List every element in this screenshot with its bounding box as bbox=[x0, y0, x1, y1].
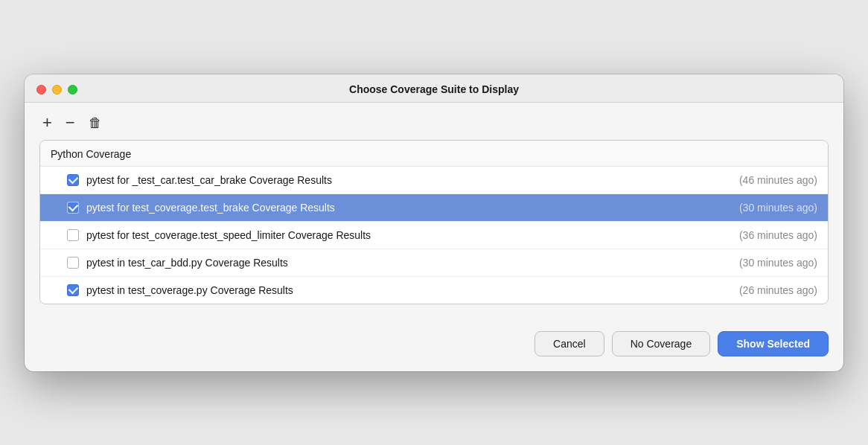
remove-button[interactable]: − bbox=[63, 113, 78, 132]
item-checkbox[interactable] bbox=[67, 174, 79, 186]
show-selected-button[interactable]: Show Selected bbox=[718, 331, 829, 356]
content-area: Python Coverage pytest for _test_car.tes… bbox=[25, 140, 843, 319]
item-checkbox[interactable] bbox=[67, 229, 79, 241]
traffic-lights bbox=[36, 85, 77, 95]
item-label: pytest in test_car_bdd.py Coverage Resul… bbox=[86, 257, 732, 269]
item-checkbox[interactable] bbox=[67, 202, 79, 214]
list-item[interactable]: pytest in test_coverage.py Coverage Resu… bbox=[40, 277, 828, 304]
item-label: pytest for test_coverage.test_brake Cove… bbox=[86, 202, 732, 214]
item-label: pytest in test_coverage.py Coverage Resu… bbox=[86, 284, 732, 296]
item-checkbox[interactable] bbox=[67, 257, 79, 269]
item-time: (30 minutes ago) bbox=[739, 257, 817, 269]
list-item[interactable]: pytest for test_coverage.test_speed_limi… bbox=[40, 222, 828, 249]
toolbar: + − 🗑 bbox=[25, 103, 843, 140]
item-label: pytest for test_coverage.test_speed_limi… bbox=[86, 229, 732, 241]
maximize-button[interactable] bbox=[68, 85, 77, 95]
group-header: Python Coverage bbox=[40, 141, 828, 167]
dialog-window: Choose Coverage Suite to Display + − 🗑 P… bbox=[25, 74, 843, 371]
no-coverage-button[interactable]: No Coverage bbox=[612, 331, 711, 356]
list-item[interactable]: pytest for _test_car.test_car_brake Cove… bbox=[40, 167, 828, 194]
delete-button[interactable]: 🗑 bbox=[86, 115, 105, 131]
cancel-button[interactable]: Cancel bbox=[534, 331, 604, 356]
item-checkbox[interactable] bbox=[67, 284, 79, 296]
window-title: Choose Coverage Suite to Display bbox=[349, 83, 519, 95]
titlebar: Choose Coverage Suite to Display bbox=[25, 74, 843, 103]
add-button[interactable]: + bbox=[39, 113, 55, 132]
item-time: (26 minutes ago) bbox=[739, 284, 817, 296]
list-item[interactable]: pytest in test_car_bdd.py Coverage Resul… bbox=[40, 249, 828, 277]
minimize-button[interactable] bbox=[52, 85, 62, 95]
item-time: (46 minutes ago) bbox=[739, 174, 817, 186]
list-item[interactable]: pytest for test_coverage.test_brake Cove… bbox=[40, 194, 828, 222]
item-label: pytest for _test_car.test_car_brake Cove… bbox=[86, 174, 732, 186]
close-button[interactable] bbox=[36, 85, 46, 95]
item-time: (36 minutes ago) bbox=[739, 229, 817, 241]
footer: Cancel No Coverage Show Selected bbox=[25, 319, 843, 371]
item-time: (30 minutes ago) bbox=[739, 202, 817, 214]
coverage-list: Python Coverage pytest for _test_car.tes… bbox=[39, 140, 829, 304]
items-list: pytest for _test_car.test_car_brake Cove… bbox=[40, 167, 828, 304]
